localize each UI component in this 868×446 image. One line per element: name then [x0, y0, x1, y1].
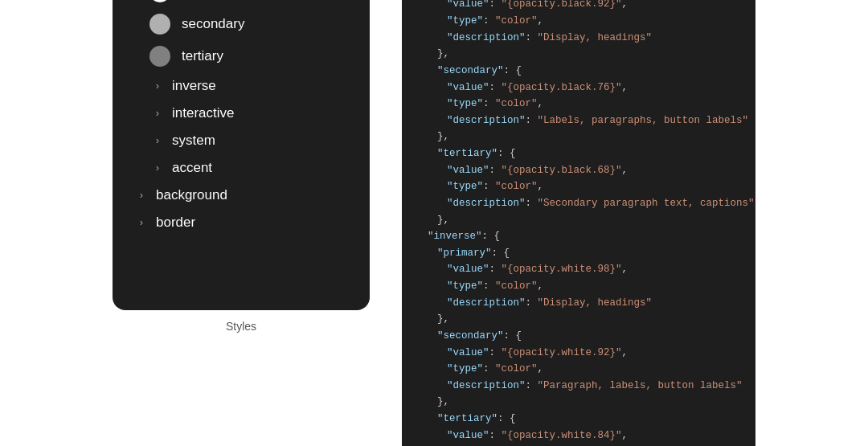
dot-primary: [149, 0, 170, 2]
json-card: { "foreground": { "primary": { "value": …: [402, 0, 755, 446]
arrow-icon-inverse: ›: [149, 80, 166, 92]
interactive-label: interactive: [172, 105, 234, 121]
dot-tertiary: [149, 46, 170, 67]
arrow-icon-system: ›: [149, 134, 166, 146]
page-container: ∨ foreground primary secondary tertiary: [0, 0, 868, 446]
arrow-icon-accent: ›: [149, 162, 166, 174]
arrow-icon-border: ›: [133, 216, 149, 228]
tree-item-secondary[interactable]: secondary: [137, 8, 362, 40]
secondary-label: secondary: [182, 16, 244, 32]
arrow-icon-interactive: ›: [149, 107, 166, 119]
json-content: { "foreground": { "primary": { "value": …: [418, 0, 739, 446]
accent-label: accent: [172, 160, 212, 176]
styles-panel-label: Styles: [226, 320, 256, 333]
tree-item-tertiary[interactable]: tertiary: [137, 40, 362, 72]
border-label: border: [156, 215, 195, 231]
tree-item-system[interactable]: › system: [137, 127, 362, 154]
tree-item-accent[interactable]: › accent: [137, 154, 362, 182]
arrow-icon-background: ›: [133, 189, 149, 201]
foreground-children: primary secondary tertiary › inverse › i…: [121, 0, 362, 182]
tree-item-primary[interactable]: primary: [137, 0, 362, 8]
system-label: system: [172, 133, 215, 149]
tertiary-label: tertiary: [182, 48, 223, 64]
tree-item-border[interactable]: › border: [121, 209, 362, 236]
dot-secondary: [149, 14, 170, 35]
inverse-label: inverse: [172, 78, 216, 94]
styles-panel: ∨ foreground primary secondary tertiary: [113, 0, 370, 333]
styles-card: ∨ foreground primary secondary tertiary: [113, 0, 370, 310]
tree-item-inverse[interactable]: › inverse: [137, 72, 362, 100]
json-panel: { "foreground": { "primary": { "value": …: [402, 0, 755, 446]
tree-item-interactive[interactable]: › interactive: [137, 100, 362, 127]
tree-item-background[interactable]: › background: [121, 182, 362, 209]
background-label: background: [156, 187, 227, 203]
